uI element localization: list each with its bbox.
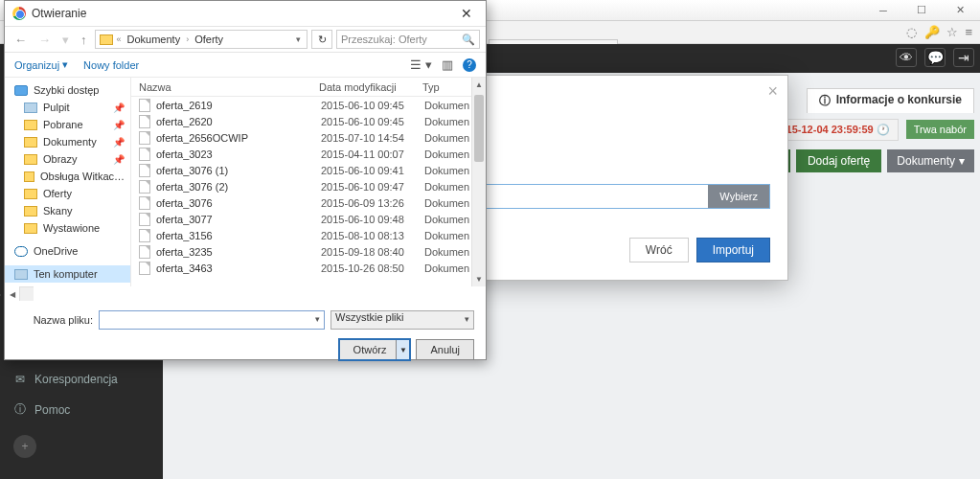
file-type: Dokumen: [424, 165, 469, 176]
filename-input[interactable]: [99, 310, 325, 330]
dokumenty-button[interactable]: Dokumenty ▾: [887, 149, 974, 172]
menu-icon[interactable]: ≡: [965, 25, 972, 39]
chat-icon[interactable]: 💬: [924, 48, 946, 67]
star-icon[interactable]: ☆: [946, 25, 958, 39]
file-row[interactable]: oferta_34632015-10-26 08:50Dokumen: [131, 260, 486, 276]
eye-icon[interactable]: 👁: [896, 48, 917, 67]
breadcrumb-b[interactable]: Oferty: [191, 34, 227, 45]
folder-tree: Szybki dostęp Pulpit📌 Pobrane📌 Dokumenty…: [5, 78, 131, 286]
col-date[interactable]: Data modyfikacji: [319, 81, 422, 93]
scroll-right-icon[interactable]: ▶: [0, 287, 5, 301]
file-type: Dokumen: [424, 197, 469, 209]
dialog-bottom: Nazwa pliku: Wszystkie pliki Otwórz ▼ An…: [5, 301, 486, 368]
nav-recent-button[interactable]: ▾: [58, 33, 73, 47]
file-row[interactable]: oferta_30762015-06-09 13:26Dokumen: [131, 194, 486, 211]
breadcrumb-a[interactable]: Dokumenty: [124, 34, 185, 45]
scroll-down-icon[interactable]: ▼: [472, 272, 486, 286]
tree-obrazy[interactable]: Obrazy📌: [5, 150, 130, 168]
tab-informacje[interactable]: ⓘ Informacje o konkursie: [807, 88, 974, 113]
caret-down-icon: ▾: [959, 154, 965, 168]
folder-icon: [24, 189, 37, 199]
window-maximize[interactable]: ☐: [907, 2, 936, 19]
tree-label: Szybki dostęp: [34, 84, 99, 96]
vertical-scrollbar[interactable]: ▲ ▼: [471, 78, 486, 286]
globe-icon[interactable]: ◌: [906, 25, 917, 39]
file-name: oferta_3076: [156, 197, 321, 209]
dodaj-oferte-button[interactable]: Dodaj ofertę: [796, 149, 881, 172]
tree-onedrive[interactable]: OneDrive: [5, 242, 130, 260]
dialog-close-button[interactable]: ✕: [455, 6, 478, 21]
file-icon: [139, 99, 150, 112]
file-row[interactable]: oferta_31562015-08-10 08:13Dokumen: [131, 227, 486, 243]
address-bar[interactable]: « Dokumenty › Oferty ▾: [95, 30, 308, 49]
file-date: 2015-07-10 14:54: [321, 132, 424, 144]
cloud-icon: [14, 246, 28, 257]
tree-wystawione[interactable]: Wystawione: [5, 219, 130, 237]
file-name: oferta_3076 (2): [156, 181, 321, 193]
nav-forward-button[interactable]: →: [34, 33, 55, 47]
scroll-up-icon[interactable]: ▲: [472, 78, 486, 92]
tree-obsluga[interactable]: Obsługa Witkac…: [5, 168, 130, 185]
tree-label: Ten komputer: [34, 268, 98, 280]
logout-icon[interactable]: ⇥: [953, 48, 974, 67]
file-date: 2015-06-10 09:41: [321, 165, 424, 176]
search-input[interactable]: Przeszukaj: Oferty 🔍: [336, 30, 480, 49]
help-button[interactable]: ?: [463, 58, 476, 72]
file-row[interactable]: oferta_32352015-09-18 08:40Dokumen: [131, 243, 486, 260]
scroll-left-icon[interactable]: ◀: [5, 287, 19, 301]
file-row[interactable]: oferta_3076 (1)2015-06-10 09:41Dokumen: [131, 162, 486, 178]
file-row[interactable]: oferta_26202015-06-10 09:45Dokumen: [131, 113, 486, 129]
new-folder-button[interactable]: Nowy folder: [83, 58, 139, 71]
open-button[interactable]: Otwórz ▼: [339, 339, 411, 360]
wroc-button[interactable]: Wróć: [629, 238, 689, 262]
scroll-thumb[interactable]: [474, 95, 484, 162]
file-row[interactable]: oferta_3076 (2)2015-06-10 09:47Dokumen: [131, 178, 486, 194]
address-dropdown[interactable]: ▾: [292, 34, 305, 44]
tree-pobrane[interactable]: Pobrane📌: [5, 116, 130, 133]
file-type: Dokumen: [424, 214, 469, 225]
open-dropdown[interactable]: ▼: [396, 340, 409, 359]
wybierz-button[interactable]: Wybierz: [708, 185, 769, 208]
file-row[interactable]: oferta_26192015-06-10 09:45Dokumen: [131, 97, 486, 113]
organize-label: Organizuj: [14, 59, 59, 71]
tree-skany[interactable]: Skany: [5, 202, 130, 219]
file-row[interactable]: oferta_30772015-06-10 09:48Dokumen: [131, 211, 486, 227]
tree-label: Skany: [43, 205, 73, 217]
file-type: Dokumen: [424, 246, 469, 258]
tree-quick-access[interactable]: Szybki dostęp: [5, 81, 130, 99]
tree-label: Pobrane: [43, 119, 83, 130]
refresh-button[interactable]: ↻: [311, 30, 332, 49]
status-badge: Trwa nabór: [906, 120, 974, 139]
preview-pane-button[interactable]: ▥: [442, 57, 453, 72]
filetype-select[interactable]: Wszystkie pliki: [330, 310, 474, 330]
sidebar-item-korespondencja[interactable]: ✉ Korespondencja: [0, 365, 163, 394]
col-name[interactable]: Nazwa: [131, 81, 319, 93]
organize-menu[interactable]: Organizuj ▾: [14, 58, 68, 71]
tree-ten-komputer[interactable]: Ten komputer: [5, 265, 130, 283]
tree-dokumenty[interactable]: Dokumenty📌: [5, 133, 130, 150]
key-icon[interactable]: 🔑: [924, 25, 940, 39]
view-mode-button[interactable]: ☰ ▾: [410, 57, 432, 72]
dialog-titlebar: Otwieranie ✕: [5, 1, 486, 26]
window-close[interactable]: ✕: [946, 2, 974, 19]
cancel-button[interactable]: Anuluj: [416, 339, 474, 360]
file-row[interactable]: oferta_30232015-04-11 00:07Dokumen: [131, 146, 486, 162]
tree-oferty[interactable]: Oferty: [5, 185, 130, 202]
file-name: oferta_2656OCWIP: [156, 132, 321, 144]
pin-icon: 📌: [113, 120, 125, 130]
file-row[interactable]: oferta_2656OCWIP2015-07-10 14:54Dokumen: [131, 129, 486, 146]
file-name: oferta_2620: [156, 116, 321, 127]
nav-back-button[interactable]: ←: [11, 33, 31, 47]
importuj-button[interactable]: Importuj: [696, 238, 770, 262]
file-icon: [139, 115, 150, 128]
modal-close-button[interactable]: ×: [767, 81, 778, 102]
nav-up-button[interactable]: ↑: [77, 33, 91, 47]
tree-label: OneDrive: [34, 245, 78, 257]
tree-pulpit[interactable]: Pulpit📌: [5, 99, 130, 116]
dialog-title: Otwieranie: [32, 7, 86, 20]
file-type: Dokumen: [424, 148, 469, 160]
sidebar-item-pomoc[interactable]: ⓘ Pomoc: [0, 394, 163, 425]
file-name: oferta_3463: [156, 262, 321, 274]
sidebar-add-button[interactable]: +: [13, 435, 36, 458]
window-minimize[interactable]: ─: [869, 2, 898, 19]
